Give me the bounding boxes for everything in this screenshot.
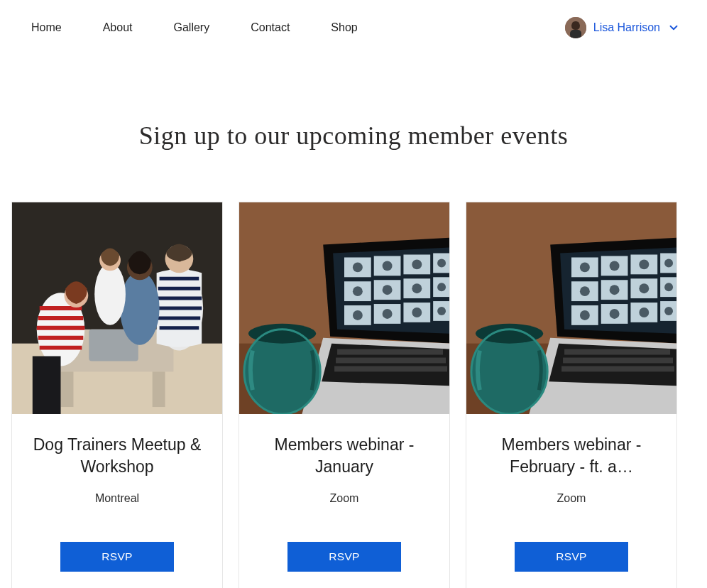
svg-point-45 (353, 262, 363, 272)
svg-rect-97 (561, 366, 674, 371)
svg-point-83 (639, 259, 649, 269)
event-card: Dog Trainers Meetup & Workshop Montreal … (11, 202, 223, 588)
svg-point-63 (248, 324, 316, 344)
rsvp-button[interactable]: RSVP (515, 542, 628, 572)
svg-point-46 (383, 261, 393, 271)
svg-point-53 (353, 310, 363, 320)
event-location: Montreal (95, 492, 139, 505)
nav-gallery[interactable]: Gallery (174, 21, 210, 34)
svg-point-81 (580, 262, 590, 272)
svg-rect-28 (33, 356, 61, 414)
svg-rect-61 (334, 366, 447, 371)
nav-contact[interactable]: Contact (251, 21, 290, 34)
event-title: Dog Trainers Meetup & Workshop (25, 434, 209, 479)
topbar: Home About Gallery Contact Shop Lisa Har… (0, 0, 707, 38)
event-location: Zoom (330, 492, 359, 505)
event-image (239, 202, 449, 414)
username: Lisa Harrison (593, 21, 660, 34)
svg-point-47 (412, 259, 422, 269)
event-card: Members webinar - February - ft. a… Zoom… (466, 202, 677, 588)
event-image (12, 202, 222, 414)
nav-shop[interactable]: Shop (331, 21, 357, 34)
event-title: Members webinar - February - ft. a… (479, 434, 664, 479)
svg-point-90 (610, 309, 620, 319)
svg-point-91 (639, 307, 649, 317)
svg-point-51 (412, 283, 422, 293)
page-title: Sign up to our upcoming member events (0, 121, 707, 151)
svg-rect-7 (153, 371, 165, 407)
svg-point-50 (383, 285, 393, 295)
svg-point-54 (383, 309, 393, 319)
nav-home[interactable]: Home (31, 21, 62, 34)
svg-point-19 (94, 263, 126, 325)
svg-point-48 (437, 258, 446, 267)
main-nav: Home About Gallery Contact Shop (31, 21, 358, 34)
avatar (565, 17, 586, 38)
svg-point-49 (353, 286, 363, 296)
svg-rect-59 (337, 349, 443, 355)
rsvp-button[interactable]: RSVP (287, 542, 401, 572)
svg-point-17 (120, 271, 160, 344)
svg-point-86 (610, 285, 620, 295)
svg-point-88 (664, 283, 673, 291)
svg-point-55 (412, 307, 422, 317)
svg-point-84 (664, 258, 673, 267)
rsvp-button[interactable]: RSVP (60, 542, 174, 572)
svg-point-99 (476, 324, 543, 344)
svg-rect-2 (570, 30, 581, 38)
event-image (466, 202, 676, 414)
chevron-down-icon (667, 21, 680, 34)
account-menu[interactable]: Lisa Harrison (565, 17, 680, 38)
svg-point-56 (437, 307, 446, 315)
event-card-body: Members webinar - January Zoom RSVP (239, 414, 449, 588)
svg-rect-96 (563, 358, 673, 364)
svg-rect-6 (61, 371, 74, 407)
svg-point-89 (580, 310, 590, 320)
nav-about[interactable]: About (103, 21, 133, 34)
event-card-body: Members webinar - February - ft. a… Zoom… (466, 414, 676, 588)
event-title: Members webinar - January (252, 434, 437, 479)
svg-point-87 (639, 283, 649, 293)
event-location: Zoom (557, 492, 586, 505)
events-grid: Dog Trainers Meetup & Workshop Montreal … (0, 202, 707, 588)
svg-point-92 (664, 307, 673, 315)
event-card-body: Dog Trainers Meetup & Workshop Montreal … (12, 414, 222, 588)
svg-rect-95 (564, 349, 670, 355)
svg-point-82 (610, 261, 620, 271)
svg-rect-60 (336, 358, 446, 364)
svg-point-52 (437, 283, 446, 291)
event-card: Members webinar - January Zoom RSVP (239, 202, 450, 588)
svg-point-85 (580, 286, 590, 296)
